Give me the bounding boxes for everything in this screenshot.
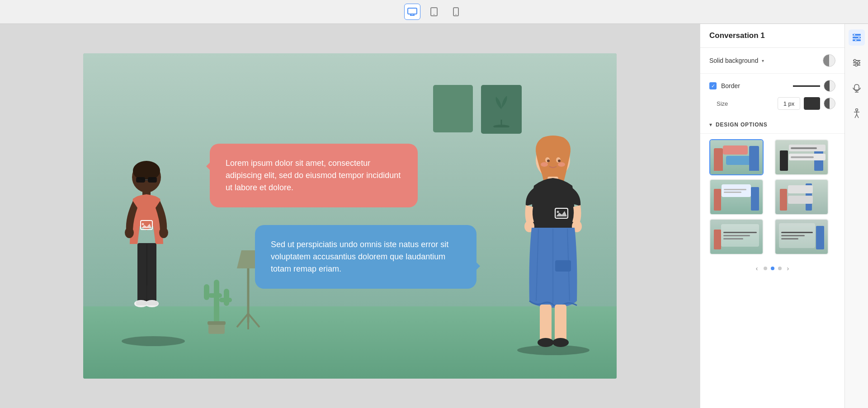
svg-point-74: [855, 109, 858, 111]
sidebar-title: Conversation 1: [709, 31, 765, 40]
svg-point-17: [125, 227, 134, 238]
design-option-3[interactable]: [709, 179, 764, 215]
svg-rect-29: [214, 280, 219, 325]
border-size-style-picker[interactable]: [824, 98, 835, 109]
svg-point-64: [858, 37, 860, 38]
svg-line-78: [857, 114, 859, 118]
accessibility-icon-button[interactable]: [849, 105, 865, 122]
svg-rect-57: [555, 305, 566, 341]
wall-panel-green: [433, 85, 473, 132]
svg-rect-55: [555, 260, 571, 272]
scene-container: Lorem ipsum dolor sit amet, consectetur …: [83, 53, 617, 379]
tablet-view-button[interactable]: [426, 4, 442, 20]
svg-rect-35: [208, 321, 226, 325]
background-color-picker[interactable]: [823, 54, 835, 67]
svg-point-51: [557, 211, 559, 213]
svg-rect-13: [136, 177, 145, 183]
svg-rect-56: [540, 305, 552, 341]
svg-point-7: [455, 14, 456, 15]
border-size-input[interactable]: [778, 97, 800, 110]
page-dot-1[interactable]: [764, 267, 767, 270]
svg-point-44: [558, 159, 561, 162]
canvas-area: Lorem ipsum dolor sit amet, consectetur …: [0, 24, 700, 408]
mobile-view-button[interactable]: [448, 4, 464, 20]
border-size-color[interactable]: [804, 97, 820, 110]
checkmark-icon: ✓: [711, 83, 715, 89]
svg-point-71: [855, 64, 857, 66]
svg-rect-28: [147, 301, 158, 305]
svg-point-69: [854, 60, 856, 62]
top-toolbar: [0, 0, 868, 24]
border-checkbox[interactable]: ✓: [709, 82, 717, 89]
design-option-6[interactable]: [774, 219, 829, 255]
dropdown-chevron-icon[interactable]: ▾: [762, 58, 764, 63]
svg-point-70: [857, 62, 859, 64]
bubble-blue: Sed ut perspiciatis undo omnis iste natu…: [255, 225, 476, 289]
border-color-picker[interactable]: [824, 80, 835, 92]
svg-line-77: [855, 114, 857, 118]
next-page-button[interactable]: ›: [785, 264, 791, 273]
design-options-header: ▾ DESIGN OPTIONS: [700, 116, 844, 134]
wall-panel-plant: [481, 85, 522, 134]
design-options-grid: [700, 134, 844, 260]
design-option-1[interactable]: [709, 139, 764, 175]
svg-point-63: [854, 34, 855, 36]
bubble-pink: Lorem ipsum dolor sit amet, consectetur …: [210, 144, 418, 207]
svg-point-45: [541, 162, 548, 167]
design-option-4[interactable]: [774, 179, 829, 215]
svg-rect-27: [136, 301, 147, 305]
svg-line-37: [237, 314, 248, 327]
properties-icon-button[interactable]: [849, 29, 865, 46]
prev-page-button[interactable]: ‹: [754, 264, 760, 273]
pagination: ‹ ›: [700, 260, 844, 280]
right-sidebar: Conversation 1 Solid background ▾: [700, 24, 844, 408]
page-dot-2[interactable]: [771, 267, 774, 270]
svg-rect-23: [137, 285, 146, 303]
svg-rect-31: [204, 284, 209, 300]
svg-point-65: [855, 39, 857, 41]
filters-icon-button[interactable]: [849, 55, 865, 71]
svg-point-43: [547, 159, 550, 162]
sidebar-header: Conversation 1: [700, 24, 844, 48]
svg-rect-14: [148, 177, 157, 183]
character-woman: [511, 134, 595, 355]
svg-point-5: [434, 14, 434, 15]
svg-point-59: [552, 338, 569, 347]
page-dot-3[interactable]: [778, 267, 782, 270]
svg-point-20: [142, 223, 144, 225]
design-option-2[interactable]: [774, 139, 829, 175]
character-man: [113, 154, 180, 343]
svg-line-38: [248, 314, 259, 327]
solid-background-label: Solid background ▾: [709, 57, 764, 64]
svg-point-18: [159, 227, 168, 238]
border-section: ✓ Border Size: [700, 74, 844, 116]
border-line-preview: [793, 85, 820, 87]
solid-background-section: Solid background ▾: [700, 48, 844, 74]
icon-bar: [844, 24, 868, 408]
svg-point-46: [558, 162, 565, 167]
svg-rect-0: [408, 8, 417, 14]
design-options-chevron-icon[interactable]: ▾: [709, 122, 712, 128]
svg-point-58: [538, 338, 554, 347]
svg-rect-24: [147, 285, 156, 303]
design-option-5[interactable]: [709, 219, 764, 255]
audio-icon-button[interactable]: [849, 80, 865, 96]
svg-rect-30: [208, 293, 222, 298]
desktop-view-button[interactable]: [404, 4, 420, 20]
